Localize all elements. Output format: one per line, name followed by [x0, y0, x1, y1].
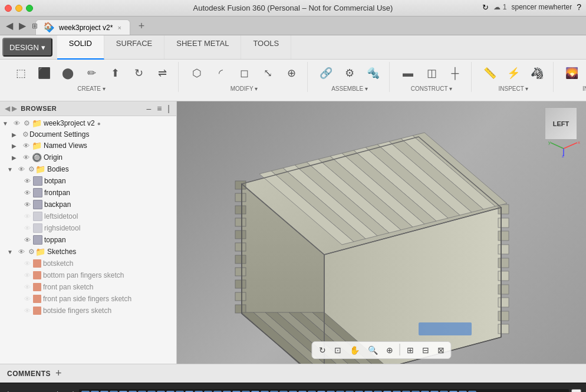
maximize-button[interactable] — [26, 5, 33, 12]
new-tab-button[interactable]: + — [133, 18, 151, 35]
interference-btn[interactable]: ⚡ — [502, 62, 525, 84]
viewport[interactable]: LEFT x y z — [177, 101, 586, 364]
front-pan-sketch-visibility[interactable]: 👁 — [22, 282, 32, 292]
sketch-btn[interactable]: ✏ — [80, 62, 103, 84]
botside-fingers-visibility[interactable]: 👁 — [22, 306, 32, 315]
asbuilt-btn[interactable]: 🔩 — [362, 62, 384, 84]
scale-btn[interactable]: ⤡ — [256, 62, 279, 84]
botsketch-visibility[interactable]: 👁 — [22, 259, 32, 268]
sketches-arrow[interactable]: ▼ — [7, 249, 15, 255]
plane-angle-btn[interactable]: ◫ — [420, 62, 443, 84]
vp-display-mode-btn[interactable]: ⊞ — [404, 344, 417, 357]
tree-item-botpan[interactable]: 👁 botpan — [0, 175, 176, 187]
tree-item-front-pan-side-fingers[interactable]: 👁 front pan side fingers sketch — [0, 293, 176, 305]
close-button[interactable] — [5, 5, 12, 12]
revolve-btn[interactable]: ↻ — [127, 62, 150, 84]
vp-visual-style-btn[interactable]: ⊟ — [419, 344, 432, 357]
timeline-track[interactable] — [79, 389, 569, 393]
tree-item-leftsidetool[interactable]: 👁 leftsidetool — [0, 210, 176, 222]
vp-pan-btn[interactable]: ✋ — [347, 344, 363, 357]
nav-back[interactable]: ◀ — [5, 19, 14, 32]
tree-item-toppan[interactable]: 👁 toppan — [0, 234, 176, 246]
sketches-visibility[interactable]: 👁 — [17, 247, 26, 256]
joint-btn[interactable]: ⚙ — [338, 62, 361, 84]
tree-item-front-pan-sketch[interactable]: 👁 front pan sketch — [0, 281, 176, 293]
measure-btn[interactable]: 📏 — [479, 62, 501, 84]
extrude-btn[interactable]: ⬆ — [104, 62, 126, 84]
offset-plane-btn[interactable]: ▬ — [397, 62, 419, 84]
front-pan-side-fingers-visibility[interactable]: 👁 — [22, 294, 32, 304]
tree-item-bodies[interactable]: ▼ 👁 ⚙ 📁 Bodies — [0, 163, 176, 175]
assemble-comp-btn[interactable]: 🔗 — [315, 62, 337, 84]
timeline-prev[interactable]: ◀ — [21, 389, 32, 393]
vp-orbit-btn[interactable]: ↻ — [316, 344, 329, 357]
frontpan-visibility[interactable]: 👁 — [22, 188, 32, 197]
timeline-skip-end[interactable]: ▶| — [63, 389, 77, 393]
bodies-arrow[interactable]: ▼ — [7, 166, 15, 173]
new-component-btn[interactable]: ⬚ — [9, 62, 32, 84]
browser-collapse-btn[interactable]: – — [144, 104, 153, 113]
tree-root[interactable]: ▼ 👁 ⚙ 📁 week3project v2 ● — [0, 117, 176, 129]
bottom-pan-fingers-visibility[interactable]: 👁 — [22, 271, 32, 280]
named-views-arrow[interactable]: ▶ — [12, 143, 20, 149]
tree-item-backpan[interactable]: 👁 backpan — [0, 199, 176, 210]
cylinder-btn[interactable]: ⬤ — [57, 62, 79, 84]
add-comment-btn[interactable]: + — [55, 367, 62, 380]
tree-item-document-settings[interactable]: ▶ ⚙ Document Settings — [0, 129, 176, 140]
insert-mesh-btn[interactable]: 🌄 — [561, 62, 583, 84]
botpan-visibility[interactable]: 👁 — [22, 176, 32, 186]
tab-close-icon[interactable]: × — [117, 24, 121, 31]
press-pull-btn[interactable]: ⬡ — [186, 62, 208, 84]
combine-btn[interactable]: ⊕ — [280, 62, 302, 84]
help-button[interactable]: ? — [577, 2, 581, 12]
tree-item-frontpan[interactable]: 👁 frontpan — [0, 187, 176, 199]
timeline-next[interactable]: ▶| — [48, 389, 61, 393]
doc-settings-arrow[interactable]: ▶ — [12, 131, 20, 138]
zebra-btn[interactable]: 🦓 — [526, 62, 548, 84]
nav-home[interactable]: 🏠 — [42, 21, 54, 31]
named-views-visibility[interactable]: 👁 — [21, 141, 31, 150]
minimize-button[interactable] — [15, 5, 22, 12]
origin-visibility[interactable]: 👁 — [21, 153, 31, 162]
fillet-btn[interactable]: ◜ — [209, 62, 232, 84]
tab-sheet-metal[interactable]: SHEET METAL — [164, 35, 241, 59]
toppan-visibility[interactable]: 👁 — [22, 235, 32, 245]
origin-arrow[interactable]: ▶ — [12, 154, 20, 161]
mirror-btn[interactable]: ⇌ — [151, 62, 173, 84]
timeline-play[interactable]: ▶ — [34, 389, 45, 393]
midplane-btn[interactable]: ┼ — [444, 62, 466, 84]
tree-item-bottom-pan-fingers[interactable]: 👁 bottom pan fingers sketch — [0, 269, 176, 281]
vp-home-btn[interactable]: ⊡ — [331, 344, 344, 357]
vp-zoom-fit-btn[interactable]: ⊕ — [383, 344, 396, 357]
timeline-skip-start[interactable]: |◀ — [5, 389, 18, 393]
nav-grid[interactable]: ⊞ — [31, 21, 39, 31]
tree-item-botsketch[interactable]: 👁 botsketch — [0, 258, 176, 269]
vp-zoom-btn[interactable]: 🔍 — [365, 344, 381, 357]
browser-pin-btn[interactable]: | — [166, 104, 172, 113]
viewcube[interactable]: LEFT x y z — [545, 107, 580, 143]
tree-item-righsidetool[interactable]: 👁 righsidetool — [0, 222, 176, 234]
leftsidetool-visibility[interactable]: 👁 — [22, 212, 32, 221]
righsidetool-visibility[interactable]: 👁 — [22, 223, 32, 233]
bodies-visibility[interactable]: 👁 — [17, 164, 26, 174]
tab-surface[interactable]: SURFACE — [104, 35, 164, 59]
browser-nav-left[interactable]: ◀ ▶ — [5, 104, 17, 113]
tab-solid[interactable]: SOLID — [57, 35, 104, 60]
tab-tools[interactable]: TOOLS — [241, 35, 291, 59]
tree-item-named-views[interactable]: ▶ 👁 📁 Named Views — [0, 140, 176, 151]
nav-forward[interactable]: ▶ — [18, 19, 27, 32]
refresh-button[interactable]: ↻ — [482, 3, 489, 12]
root-visibility[interactable]: 👁 — [12, 118, 21, 128]
box-btn[interactable]: ⬛ — [33, 62, 55, 84]
root-arrow[interactable]: ▼ — [2, 120, 11, 127]
backpan-visibility[interactable]: 👁 — [22, 200, 32, 209]
tree-item-origin[interactable]: ▶ 👁 🔘 Origin — [0, 151, 176, 163]
vp-grid-btn[interactable]: ⊠ — [434, 344, 447, 357]
design-dropdown[interactable]: DESIGN ▾ — [2, 38, 52, 57]
shell-btn[interactable]: ◻ — [233, 62, 255, 84]
browser-expand-btn[interactable]: ≡ — [155, 104, 163, 113]
tree-item-sketches[interactable]: ▼ 👁 ⚙ 📁 Sketches — [0, 246, 176, 258]
timeline-settings-btn[interactable]: ⚙ — [571, 389, 581, 393]
tree-item-botside-fingers[interactable]: 👁 botside fingers sketch — [0, 305, 176, 317]
viewcube-face[interactable]: LEFT — [545, 107, 577, 140]
